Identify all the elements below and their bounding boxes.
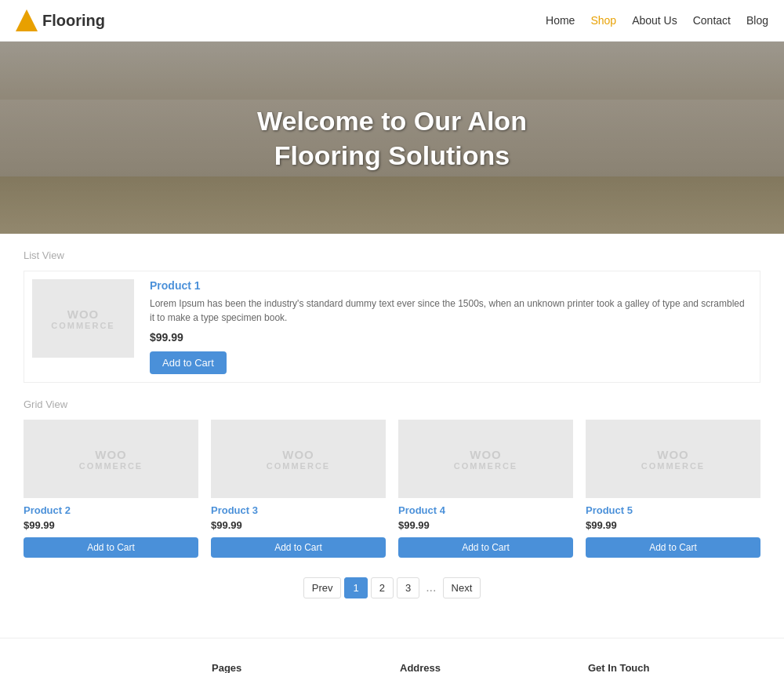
list-product-name[interactable]: Product 1 — [150, 279, 752, 292]
list-product-thumbnail: WOO COMMERCE — [32, 279, 134, 358]
grid-product-name-1[interactable]: Product 3 — [211, 504, 386, 516]
footer-address-title: Address — [400, 662, 572, 673]
grid-item-2: WOO COMMERCE Product 4 $99.99 Add to Car… — [398, 420, 573, 558]
pagination-prev[interactable]: Prev — [303, 577, 342, 598]
footer-social-title: Get In Touch — [588, 662, 760, 673]
grid-thumb-0: WOO COMMERCE — [24, 420, 198, 498]
woo-top-text: WOO — [67, 307, 100, 321]
footer-logo[interactable]: Flooring — [24, 662, 196, 673]
grid-product-name-0[interactable]: Product 2 — [24, 504, 198, 516]
grid-thumb-2: WOO COMMERCE — [398, 420, 573, 498]
woo-bottom-3: COMMERCE — [641, 461, 705, 471]
list-product-price: $99.99 — [150, 331, 752, 344]
grid-thumb-1: WOO COMMERCE — [211, 420, 386, 498]
header: Flooring Home Shop About Us Contact Blog — [0, 0, 784, 42]
list-product-info: Product 1 Lorem Ipsum has been the indus… — [150, 279, 752, 374]
list-add-to-cart-button[interactable]: Add to Cart — [150, 351, 227, 374]
woo-bottom-text: COMMERCE — [51, 321, 114, 330]
grid-thumb-3: WOO COMMERCE — [586, 420, 760, 498]
footer-social: Get In Touch f Facebook t Twitter in Lin… — [588, 662, 760, 673]
grid-price-1: $99.99 — [211, 519, 386, 531]
grid-cart-button-2[interactable]: Add to Cart — [398, 537, 573, 558]
woo-top-1: WOO — [282, 448, 314, 461]
pagination-next[interactable]: Next — [443, 577, 481, 598]
hero-text: Welcome to Our Alon Flooring Solutions — [257, 103, 527, 172]
footer: Flooring Pages Home About Contact Blog A… — [0, 638, 784, 673]
nav-home[interactable]: Home — [546, 14, 575, 27]
grid-item-0: WOO COMMERCE Product 2 $99.99 Add to Car… — [24, 420, 198, 558]
woo-bottom-0: COMMERCE — [79, 461, 143, 471]
main-nav: Home Shop About Us Contact Blog — [546, 14, 768, 27]
woo-logo: WOO COMMERCE — [51, 307, 114, 330]
footer-pages-title: Pages — [212, 662, 384, 673]
grid-view-label: Grid View — [24, 398, 760, 410]
hero-title: Welcome to Our Alon Flooring Solutions — [257, 103, 527, 172]
woo-top-2: WOO — [470, 448, 502, 461]
list-view-item: WOO COMMERCE Product 1 Lorem Ipsum has b… — [24, 271, 760, 383]
grid-item-1: WOO COMMERCE Product 3 $99.99 Add to Car… — [211, 420, 386, 558]
footer-pages: Pages Home About Contact Blog — [212, 662, 384, 673]
list-product-desc: Lorem Ipsum has been the industry's stan… — [150, 296, 752, 325]
grid-item-3: WOO COMMERCE Product 5 $99.99 Add to Car… — [586, 420, 760, 558]
woo-logo-grid-0: WOO COMMERCE — [79, 448, 143, 471]
nav-contact[interactable]: Contact — [693, 14, 731, 27]
pagination-page-1[interactable]: 1 — [344, 577, 367, 598]
grid-cart-button-3[interactable]: Add to Cart — [586, 537, 760, 558]
footer-address: Address 123 ABC Ave Street View #456 XYZ… — [400, 662, 572, 673]
main-content: List View WOO COMMERCE Product 1 Lorem I… — [0, 234, 784, 638]
grid-price-0: $99.99 — [24, 519, 198, 531]
list-view-label: List View — [24, 249, 760, 261]
grid-cart-button-1[interactable]: Add to Cart — [211, 537, 386, 558]
pagination: Prev 1 2 3 ... Next — [24, 577, 760, 598]
nav-shop[interactable]: Shop — [590, 14, 616, 27]
nav-about[interactable]: About Us — [632, 14, 677, 27]
grid-price-2: $99.99 — [398, 519, 573, 531]
woo-top-0: WOO — [95, 448, 127, 461]
grid-product-name-2[interactable]: Product 4 — [398, 504, 573, 516]
logo-text: Flooring — [42, 12, 105, 30]
grid-view: WOO COMMERCE Product 2 $99.99 Add to Car… — [24, 420, 760, 558]
grid-price-3: $99.99 — [586, 519, 760, 531]
grid-product-name-3[interactable]: Product 5 — [586, 504, 760, 516]
woo-bottom-1: COMMERCE — [267, 461, 330, 471]
hero-section: Welcome to Our Alon Flooring Solutions — [0, 42, 784, 234]
pagination-dots: ... — [423, 577, 439, 598]
logo[interactable]: Flooring — [16, 9, 105, 31]
pagination-page-2[interactable]: 2 — [371, 577, 394, 598]
woo-logo-grid-1: WOO COMMERCE — [267, 448, 330, 471]
woo-top-3: WOO — [657, 448, 689, 461]
nav-blog[interactable]: Blog — [746, 14, 768, 27]
woo-logo-grid-2: WOO COMMERCE — [454, 448, 517, 471]
logo-icon — [16, 9, 38, 31]
grid-cart-button-0[interactable]: Add to Cart — [24, 537, 198, 558]
woo-logo-grid-3: WOO COMMERCE — [641, 448, 705, 471]
pagination-page-3[interactable]: 3 — [397, 577, 419, 598]
woo-bottom-2: COMMERCE — [454, 461, 517, 471]
